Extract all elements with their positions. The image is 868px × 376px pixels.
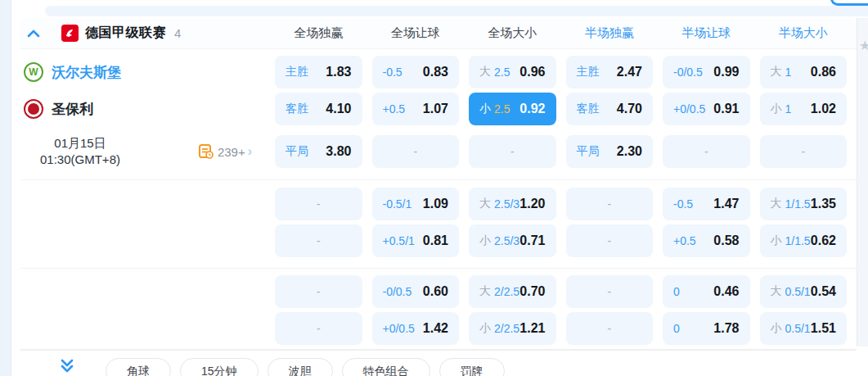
league-header: 德国甲级联赛 4 全场独赢 全场让球 全场大小 半场独赢 半场让球 半场大小 xyxy=(20,18,857,49)
tertiary-odds-section: - -0/0.50.60 大2/2.50.70 - 00.46 大0.5/10.… xyxy=(20,269,857,350)
league-name: 德国甲级联赛 xyxy=(85,25,166,42)
match-datetime: 01月15日 01:30(GMT+8) xyxy=(24,135,137,169)
tab-special-combo[interactable]: 特色组合 xyxy=(342,358,430,376)
odds-cell[interactable]: 大2/2.50.70 xyxy=(469,275,556,308)
odds-cell[interactable]: 01.78 xyxy=(663,312,750,345)
odds-cell[interactable]: 平局2.30 xyxy=(566,135,654,168)
odds-cell[interactable]: -0.5/11.09 xyxy=(372,188,460,220)
odds-cell-empty: - xyxy=(566,275,654,308)
odds-cell-empty: - xyxy=(372,135,460,168)
league-header-left: 德国甲级联赛 4 xyxy=(20,25,265,42)
odds-cell[interactable]: 小11.02 xyxy=(760,93,848,125)
betting-odds-page: ★ 德国甲级联赛 4 全场独赢 全场让球 全场大小 半场独赢 半场让球 半场大小 xyxy=(0,0,868,376)
away-odds-row: 圣保利 客胜4.10 +0.51.07 小2.50.92 客胜4.70 +0/0… xyxy=(20,93,857,125)
odds-cell-empty: - xyxy=(275,188,362,220)
odds-cell[interactable]: -0/0.50.60 xyxy=(372,275,460,308)
odds-cell[interactable]: +0.51.07 xyxy=(372,93,460,125)
secondary-odds-section: - -0.5/11.09 大2.5/31.20 - -0.51.47 大1/1.… xyxy=(20,180,857,269)
odds-cell[interactable]: 小1/1.50.62 xyxy=(760,224,848,257)
wolfsburg-logo-icon: W xyxy=(24,62,43,82)
tab-cards[interactable]: 罚牌 xyxy=(439,358,505,376)
match-odds-card: 德国甲级联赛 4 全场独赢 全场让球 全场大小 半场独赢 半场让球 半场大小 W… xyxy=(20,18,857,376)
tab-correct-score[interactable]: 波胆 xyxy=(268,358,333,376)
markets-doc-icon xyxy=(199,144,214,159)
draw-odds-row: 01月15日 01:30(GMT+8) 239+ › 平局3.80 - - 平局… xyxy=(20,135,857,169)
league-match-count: 4 xyxy=(174,26,181,40)
odds-cell[interactable]: 平局3.80 xyxy=(275,135,362,168)
main-odds-section: W 沃尔夫斯堡 主胜1.83 -0.50.83 大2.50.96 主胜2.47 … xyxy=(20,49,857,180)
column-header-fulltime-1x2: 全场独赢 xyxy=(275,25,362,41)
odds-cell[interactable]: 大10.86 xyxy=(760,56,848,88)
odds-cell[interactable]: +0/0.51.42 xyxy=(372,312,460,345)
odds-cell-empty: - xyxy=(275,312,362,345)
right-side-strip: ★ xyxy=(857,18,868,347)
odds-cell[interactable]: -0/0.50.99 xyxy=(663,56,750,88)
column-header-halftime-1x2: 半场独赢 xyxy=(566,25,654,41)
more-markets-link[interactable]: 239+ › xyxy=(199,144,252,159)
extra-markets-bar: 角球 15分钟 波胆 特色组合 罚牌 xyxy=(20,350,857,376)
odds-cell[interactable]: 大2.5/31.20 xyxy=(469,188,556,220)
odds-cell[interactable]: 主胜1.83 xyxy=(275,56,362,88)
odds-cell-empty: - xyxy=(469,135,556,168)
more-markets-count: 239+ xyxy=(218,145,245,159)
collapse-chevron-up-icon[interactable] xyxy=(25,25,42,42)
odds-cell-empty: - xyxy=(663,135,750,168)
odds-cell[interactable]: 小2.5/30.71 xyxy=(469,224,556,257)
st-pauli-logo-icon xyxy=(24,99,43,119)
top-tab-corner-fragment xyxy=(830,0,868,6)
odds-row: - -0/0.50.60 大2/2.50.70 - 00.46 大0.5/10.… xyxy=(20,275,857,308)
odds-cell[interactable]: 小2/2.51.21 xyxy=(469,312,556,345)
away-team-name: 圣保利 xyxy=(52,100,93,119)
odds-cell[interactable]: 大1/1.51.35 xyxy=(760,188,848,220)
odds-cell[interactable]: 客胜4.10 xyxy=(275,93,362,125)
odds-cell-empty: - xyxy=(275,224,362,257)
favorite-star-icon[interactable]: ★ xyxy=(859,38,868,53)
home-team[interactable]: W 沃尔夫斯堡 xyxy=(20,62,265,82)
column-header-fulltime-overunder: 全场大小 xyxy=(469,25,556,41)
odds-cell-empty: - xyxy=(566,188,654,220)
odds-cell-empty: - xyxy=(566,312,654,345)
odds-cell-empty: - xyxy=(566,224,654,257)
odds-row: - +0/0.51.42 小2/2.51.21 - 01.78 小0.5/11.… xyxy=(20,312,857,345)
odds-cell-selected[interactable]: 小2.50.92 xyxy=(469,93,556,125)
match-info: 01月15日 01:30(GMT+8) 239+ › xyxy=(20,135,265,169)
tab-15min[interactable]: 15分钟 xyxy=(180,358,259,376)
odds-cell[interactable]: 小0.5/11.51 xyxy=(760,312,848,345)
odds-cell[interactable]: +0/0.50.91 xyxy=(663,93,750,125)
home-odds-row: W 沃尔夫斯堡 主胜1.83 -0.50.83 大2.50.96 主胜2.47 … xyxy=(20,56,857,88)
column-header-halftime-overunder: 半场大小 xyxy=(760,25,848,41)
expand-double-chevron-down-icon[interactable] xyxy=(58,358,76,376)
odds-cell[interactable]: +0.5/10.81 xyxy=(372,224,460,257)
away-team[interactable]: 圣保利 xyxy=(20,99,265,119)
more-markets-arrow-icon: › xyxy=(248,144,252,159)
column-header-halftime-handicap: 半场让球 xyxy=(663,25,750,41)
odds-cell-empty: - xyxy=(760,135,848,168)
top-band-fragment xyxy=(45,6,868,16)
odds-cell[interactable]: 主胜2.47 xyxy=(566,56,654,88)
bundesliga-logo-icon xyxy=(61,25,79,42)
match-date: 01月15日 xyxy=(24,135,137,152)
odds-cell[interactable]: 大2.50.96 xyxy=(469,56,556,88)
odds-cell[interactable]: +0.50.58 xyxy=(663,224,750,257)
tab-corners[interactable]: 角球 xyxy=(106,358,171,376)
odds-cell-empty: - xyxy=(275,275,362,308)
odds-cell[interactable]: 客胜4.70 xyxy=(566,93,654,125)
match-time: 01:30(GMT+8) xyxy=(24,152,137,168)
page-left-margin xyxy=(0,0,11,376)
home-team-name: 沃尔夫斯堡 xyxy=(52,63,121,82)
odds-row: - -0.5/11.09 大2.5/31.20 - -0.51.47 大1/1.… xyxy=(20,188,857,220)
column-header-fulltime-handicap: 全场让球 xyxy=(372,25,460,41)
odds-cell[interactable]: 00.46 xyxy=(663,275,750,308)
odds-cell[interactable]: -0.50.83 xyxy=(372,56,460,88)
odds-cell[interactable]: -0.51.47 xyxy=(663,188,750,220)
odds-cell[interactable]: 大0.5/10.54 xyxy=(760,275,848,308)
odds-row: - +0.5/10.81 小2.5/30.71 - +0.50.58 小1/1.… xyxy=(20,224,857,257)
